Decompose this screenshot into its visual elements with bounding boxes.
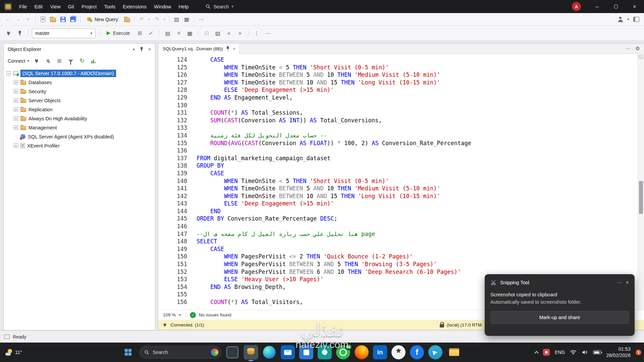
- uncomment-button[interactable]: ▧: [213, 29, 222, 38]
- code-line-146[interactable]: 146: [158, 223, 644, 230]
- min-button[interactable]: –: [588, 0, 606, 13]
- code-line-149[interactable]: 149 CASE: [158, 245, 644, 253]
- taskbar-app-outlook[interactable]: [280, 345, 295, 360]
- code-line-132[interactable]: 132 SUM(CAST(Conversion AS INT)) AS Tota…: [158, 117, 644, 124]
- code-line-144[interactable]: 144 END: [158, 207, 644, 215]
- tree-item-security[interactable]: +Security: [4, 87, 155, 96]
- code-line-125[interactable]: 125 WHEN TimeOnSite < 5 THEN 'Short Visi…: [158, 64, 644, 71]
- tree-item-server-objects[interactable]: +Server Objects: [4, 96, 155, 105]
- new-query-button[interactable]: New Query: [83, 15, 121, 24]
- tab-sqlquery1[interactable]: SQLQuery1.sq...Domain (88)) ×: [158, 44, 239, 54]
- expander-icon[interactable]: +: [14, 80, 18, 84]
- menu-file[interactable]: File: [15, 0, 31, 13]
- snipping-tool-toast[interactable]: Snipping Tool ⋯ × Screenshot copied to c…: [485, 274, 635, 336]
- stop-button[interactable]: [55, 57, 63, 65]
- account-avatar[interactable]: A: [572, 2, 581, 11]
- code-line-148[interactable]: 148SELECT: [158, 238, 644, 245]
- open-file-button[interactable]: [48, 15, 57, 24]
- disconnect-server-button[interactable]: [44, 57, 52, 65]
- outdent-button[interactable]: «: [224, 29, 233, 38]
- redo-dropdown[interactable]: ▾: [162, 15, 166, 24]
- code-line-141[interactable]: 141 WHEN TimeOnSite BETWEEN 5 AND 10 THE…: [158, 185, 644, 192]
- menu-window[interactable]: Window: [150, 0, 175, 13]
- save-button[interactable]: [58, 15, 67, 24]
- menu-help[interactable]: Help: [175, 0, 193, 13]
- expander-icon[interactable]: +: [14, 116, 18, 121]
- expander-icon[interactable]: +: [14, 89, 18, 94]
- menu-project[interactable]: Project: [78, 0, 100, 13]
- change-connection-button[interactable]: [4, 29, 13, 38]
- tab-close-icon[interactable]: ×: [233, 46, 235, 51]
- expander-icon[interactable]: +: [14, 125, 18, 130]
- indent-button[interactable]: »: [235, 29, 245, 38]
- taskbar-app-explorer[interactable]: [446, 345, 461, 360]
- execute-button[interactable]: Execute: [103, 28, 133, 38]
- code-line-131[interactable]: 131 COUNT(*) AS Total_Sessions,: [158, 109, 644, 117]
- max-button[interactable]: [606, 0, 625, 13]
- database-dropdown[interactable]: master ▾: [32, 28, 96, 38]
- expander-icon[interactable]: +: [14, 98, 18, 103]
- parse-button[interactable]: ✓: [147, 29, 156, 38]
- tree-item-databases[interactable]: +Databases: [4, 78, 155, 87]
- scrollbar-thumb[interactable]: [639, 181, 643, 214]
- code-line-151[interactable]: 151 WHEN PagesPerVisit BETWEEN 3 AND 5 T…: [158, 260, 644, 268]
- expander-icon[interactable]: −: [6, 71, 11, 75]
- pin-query-button[interactable]: [15, 29, 24, 38]
- pin-icon[interactable]: [226, 46, 230, 51]
- menu-tools[interactable]: Tools: [100, 0, 119, 13]
- feedback-button[interactable]: [616, 15, 625, 24]
- activity-monitor-button[interactable]: [90, 57, 98, 65]
- code-line-147[interactable]: 147--هنا تحليل علي حسب زياره العيل ل كام…: [158, 230, 644, 238]
- zoom-level[interactable]: 109 %: [163, 312, 176, 317]
- tree-item-xevent-profiler[interactable]: +XEvent Profiler: [4, 141, 155, 150]
- code-line-145[interactable]: 145ORDER BY Conversion_Rate_Percentage D…: [158, 215, 644, 223]
- code-line-137[interactable]: 137FROM digital_marketing_campaign_datas…: [158, 155, 644, 162]
- taskbar-clock[interactable]: 01:53 28/02/2026: [606, 346, 631, 359]
- window-layout-button[interactable]: [632, 15, 641, 24]
- battery-icon[interactable]: [593, 350, 601, 354]
- refresh-button[interactable]: ↻: [78, 57, 86, 65]
- code-line-129[interactable]: 129 END AS Engagement_Level,: [158, 94, 644, 102]
- close-button[interactable]: ×: [625, 0, 644, 13]
- code-line-134[interactable]: 134 -- حساب معدل التحويل لكل فئة زمنية: [158, 132, 644, 139]
- menu-edit[interactable]: Edit: [31, 0, 46, 13]
- code-line-150[interactable]: 150 WHEN PagesPerVisit <= 2 THEN 'Quick …: [158, 253, 644, 260]
- tree-item-management[interactable]: +Management: [4, 123, 155, 132]
- taskbar-app-app-blue[interactable]: [299, 345, 314, 360]
- cancel-query-button[interactable]: [136, 29, 145, 38]
- chevron-down-icon[interactable]: ▾: [231, 4, 233, 9]
- table-designer-button[interactable]: ▦: [182, 15, 191, 24]
- expander-icon[interactable]: +: [14, 107, 18, 112]
- menu-git[interactable]: Git: [64, 0, 78, 13]
- save-all-button[interactable]: [68, 15, 77, 24]
- pin-icon[interactable]: [140, 47, 144, 52]
- filter-button[interactable]: [67, 57, 75, 65]
- split-editor-handle[interactable]: [639, 55, 643, 59]
- vertical-scrollbar[interactable]: [638, 54, 644, 310]
- connect-dropdown[interactable]: Connect ▾: [8, 58, 29, 64]
- results-grid-button[interactable]: ▤: [163, 29, 172, 38]
- taskbar-app-linkedin[interactable]: in: [373, 345, 387, 360]
- toast-close-button[interactable]: ×: [626, 280, 629, 286]
- volume-icon[interactable]: [582, 350, 588, 355]
- markup-share-button[interactable]: Mark-up and share: [490, 311, 629, 324]
- tab-more-button[interactable]: ⋯: [626, 46, 631, 52]
- navigate-back-button[interactable]: ←: [3, 15, 12, 24]
- tray-icon-red[interactable]: [543, 349, 550, 356]
- undo-dropdown[interactable]: ▾: [147, 15, 151, 24]
- new-file-button[interactable]: [38, 15, 47, 24]
- code-line-133[interactable]: 133: [158, 124, 644, 132]
- feedback-dropdown[interactable]: ▾: [626, 15, 631, 24]
- tree-item-replication[interactable]: +Replication: [4, 105, 155, 114]
- code-line-135[interactable]: 135 ROUND(AVG(CAST(Conversion AS FLOAT))…: [158, 139, 644, 147]
- taskbar-search[interactable]: Search: [139, 346, 221, 359]
- titlebar-search[interactable]: Search ▾: [202, 4, 236, 9]
- panel-menu-chevron[interactable]: ▾: [133, 47, 135, 52]
- code-line-136[interactable]: 136: [158, 147, 644, 155]
- query-options-button[interactable]: ⋮: [252, 29, 261, 38]
- taskbar-weather[interactable]: 11°: [5, 343, 22, 362]
- code-line-126[interactable]: 126 WHEN TimeOnSite BETWEEN 5 AND 10 THE…: [158, 71, 644, 79]
- code-line-140[interactable]: 140 WHEN TimeOnSite < 5 THEN 'Short Visi…: [158, 177, 644, 185]
- expander-icon[interactable]: +: [14, 143, 18, 148]
- taskbar-app-app-teal[interactable]: [317, 345, 332, 360]
